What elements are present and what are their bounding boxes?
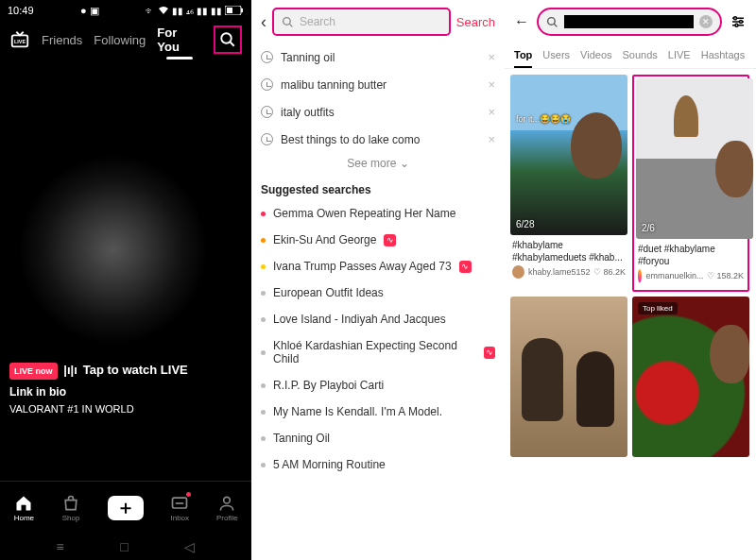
tab-friends[interactable]: Friends [42, 33, 82, 47]
sys-back-icon[interactable]: ◁ [184, 539, 195, 554]
svg-point-12 [735, 24, 738, 26]
avatar [512, 265, 524, 279]
suggested-item[interactable]: Ekin-Su And George∿ [261, 227, 495, 253]
search-action[interactable]: Search [456, 15, 495, 29]
video-thumbnail[interactable]: Top liked [632, 297, 749, 457]
results-grid: 6/28 #khabylame #khabylameduets #khab...… [505, 69, 756, 463]
suggested-item[interactable]: Love Island - Indiyah And Jacques [261, 306, 495, 332]
suggested-item[interactable]: R.I.P. By Playboi Carti [261, 372, 495, 399]
tab-hashtags[interactable]: Hashtags [701, 43, 745, 68]
suggested-item[interactable]: Ivana Trump Passes Away Aged 73∿ [261, 253, 495, 280]
suggested-text: Ekin-Su And George [273, 233, 376, 246]
nav-shop[interactable]: Shop [61, 494, 80, 522]
username[interactable]: emmanuelkin... [645, 271, 703, 280]
top-nav: LIVE Friends Following For You [0, 19, 251, 60]
video-thumbnail[interactable]: 6/28 [510, 75, 627, 235]
suggested-text: My Name Is Kendall. I'm A Model. [273, 405, 442, 418]
svg-point-8 [284, 17, 291, 25]
username[interactable]: khaby.lame5152 [528, 267, 590, 277]
feed-subtitle: VALORANT #1 IN WORLD [9, 403, 134, 415]
search-suggest-screen: ‹ Search Search Tanning oil×malibu tanni… [251, 0, 505, 560]
recent-item[interactable]: Best things to do lake como× [261, 126, 495, 153]
result-card[interactable]: 6/28 #khabylame #khabylameduets #khab...… [510, 75, 627, 292]
search-button[interactable] [214, 25, 242, 54]
back-icon[interactable]: ← [514, 13, 529, 30]
tab-for-you[interactable]: For You [157, 25, 202, 54]
trend-dot [261, 383, 266, 388]
suggested-item[interactable]: 5 AM Morning Routine [261, 451, 495, 478]
suggested-item[interactable]: European Outfit Ideas [261, 280, 495, 306]
signal-icon: ▮▮ [172, 6, 183, 16]
sys-menu-icon[interactable]: ≡ [57, 539, 64, 554]
search-input[interactable]: ✕ [537, 8, 722, 36]
home-icon [13, 494, 34, 513]
live-badge: LIVE now [9, 363, 58, 380]
top-liked-badge: Top liked [638, 302, 678, 314]
trend-dot [261, 317, 266, 322]
suggested-item[interactable]: Tanning Oil [261, 425, 495, 451]
trend-dot [261, 238, 266, 243]
bottom-nav: Home Shop ＋ Inbox Profile [0, 481, 251, 534]
sys-home-icon[interactable]: □ [120, 539, 128, 554]
nav-inbox[interactable]: Inbox [170, 494, 189, 522]
recent-item[interactable]: malibu tanning butter× [261, 71, 495, 98]
remove-icon[interactable]: × [488, 50, 495, 64]
live-tv-icon[interactable]: LIVE [9, 29, 30, 50]
signal-icon: ▮▮ [211, 6, 222, 16]
hot-icon: ∿ [484, 347, 495, 359]
nav-home[interactable]: Home [13, 494, 34, 522]
status-bar: 10:49 ● ▣ ᯤ ▮▮ ₄₆ ▮▮ ▮▮ [0, 0, 251, 19]
feed-video[interactable]: |ı|ı Tap to watch LIVE LIVE now Link in … [0, 60, 251, 481]
clock-icon [261, 133, 273, 145]
video-thumbnail[interactable]: 2/6 [636, 78, 753, 239]
remove-icon[interactable]: × [488, 105, 495, 119]
svg-point-9 [548, 17, 556, 25]
remove-icon[interactable]: × [488, 132, 495, 146]
battery-icon [225, 6, 244, 15]
recent-item[interactable]: Tanning oil× [261, 43, 495, 71]
tab-live[interactable]: LIVE [668, 43, 691, 68]
svg-text:LIVE: LIVE [14, 39, 26, 44]
result-tabs: TopUsersVideosSoundsLIVEHashtags [505, 43, 756, 69]
tab-users[interactable]: Users [542, 43, 570, 68]
recent-text: Tanning oil [281, 51, 335, 64]
remove-icon[interactable]: × [488, 77, 495, 92]
clock-icon [261, 51, 273, 63]
trend-dot [261, 410, 266, 415]
filter-icon[interactable] [730, 13, 747, 30]
tab-sounds[interactable]: Sounds [623, 43, 658, 68]
tab-videos[interactable]: Videos [580, 43, 611, 68]
result-card[interactable] [510, 297, 627, 457]
feed-screen: 10:49 ● ▣ ᯤ ▮▮ ₄₆ ▮▮ ▮▮ LIVE Friends Fol… [0, 0, 251, 560]
clock-icon [261, 78, 273, 91]
clear-icon[interactable]: ✕ [699, 15, 713, 28]
system-nav: ≡ □ ◁ [0, 534, 251, 560]
create-button[interactable]: ＋ [108, 496, 144, 520]
result-card-highlighted[interactable]: 2/6 #duet #khabylame #foryou emmanuelkin… [632, 75, 749, 292]
suggested-searches: Gemma Owen Repeating Her NameEkin-Su And… [251, 200, 505, 478]
suggested-text: 5 AM Morning Routine [273, 458, 386, 471]
nav-profile[interactable]: Profile [216, 494, 238, 522]
shop-icon [61, 494, 80, 513]
search-input[interactable]: Search [272, 8, 451, 36]
search-query-redacted [564, 15, 694, 28]
search-bar: ‹ Search Search [251, 0, 505, 43]
suggested-item[interactable]: Khloé Kardashian Expecting Second Child∿ [261, 332, 495, 372]
suggested-text: R.I.P. By Playboi Carti [273, 379, 384, 392]
recent-item[interactable]: italy outfits× [261, 98, 495, 126]
recent-text: Best things to do lake como [281, 133, 420, 146]
byline: khaby.lame5152 ♡ 86.2K [510, 263, 627, 284]
suggested-text: Ivana Trump Passes Away Aged 73 [273, 260, 452, 273]
tab-top[interactable]: Top [514, 43, 532, 68]
result-card[interactable]: Top liked [632, 297, 749, 457]
status-time: 10:49 [8, 5, 34, 16]
suggested-item[interactable]: My Name Is Kendall. I'm A Model. [261, 399, 495, 425]
svg-point-7 [224, 497, 231, 503]
see-more[interactable]: See more ⌄ [251, 153, 505, 179]
link-in-bio[interactable]: Link in bio [9, 385, 66, 399]
trend-dot [261, 350, 266, 355]
suggested-item[interactable]: Gemma Owen Repeating Her Name [261, 200, 495, 227]
tab-following[interactable]: Following [94, 33, 146, 47]
back-icon[interactable]: ‹ [261, 12, 266, 32]
video-thumbnail[interactable] [510, 297, 627, 457]
